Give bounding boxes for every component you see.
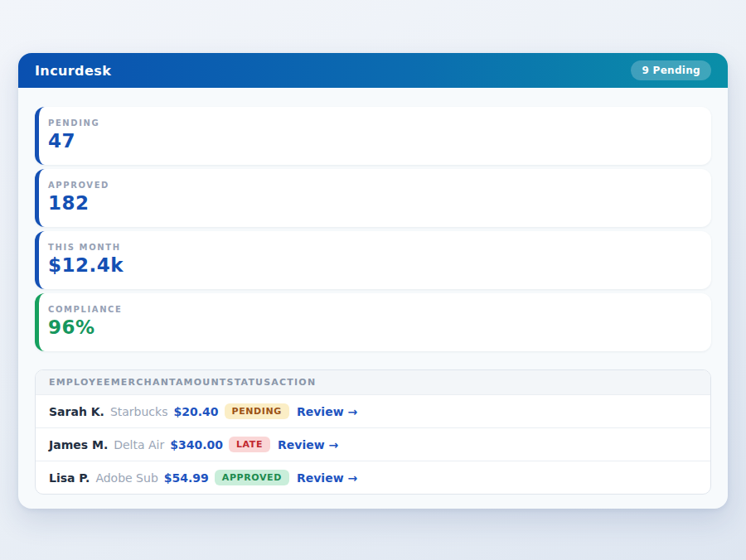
column-header-action: ACTION [271, 377, 316, 388]
stat-value: 47 [48, 132, 698, 151]
status-badge: LATE [229, 437, 270, 452]
status-badge: PENDING [225, 403, 289, 419]
stat-value: 182 [48, 194, 698, 213]
table-row: Lisa P. Adobe Sub $54.99 APPROVED Review… [36, 461, 710, 494]
column-header-merchant: MERCHANT [111, 377, 176, 388]
column-header-status: STATUS [227, 377, 272, 388]
app-title: Incurdesk [35, 63, 111, 79]
employee-name: Lisa P. [49, 471, 90, 485]
stat-label: COMPLIANCE [48, 305, 698, 314]
merchant-name: Adobe Sub [95, 471, 157, 485]
column-header-employee: EMPLOYEE [49, 377, 111, 388]
stat-card-this-month: THIS MONTH $12.4k [35, 231, 711, 289]
review-link[interactable]: Review → [297, 471, 357, 485]
pending-count-badge: 9 Pending [631, 60, 711, 80]
stat-value: $12.4k [48, 256, 698, 275]
table-header-row: EMPLOYEEMERCHANTAMOUNTSTATUSACTION [36, 370, 710, 394]
table-row: James M. Delta Air $340.00 LATE Review → [36, 427, 710, 461]
review-link[interactable]: Review → [278, 438, 338, 451]
app-header: Incurdesk 9 Pending [18, 53, 728, 88]
employee-name: Sarah K. [49, 405, 104, 418]
main-content: PENDING 47 APPROVED 182 THIS MONTH $12.4… [18, 88, 728, 509]
stat-card-pending: PENDING 47 [35, 107, 711, 165]
amount-value: $20.40 [173, 405, 218, 418]
stat-card-compliance: COMPLIANCE 96% [35, 293, 711, 351]
stat-label: PENDING [48, 118, 698, 128]
expense-table: EMPLOYEEMERCHANTAMOUNTSTATUSACTION Sarah… [35, 369, 711, 495]
stat-card-approved: APPROVED 182 [35, 169, 711, 227]
employee-name: James M. [49, 438, 108, 451]
stat-label: THIS MONTH [48, 243, 698, 252]
stat-value: 96% [48, 318, 698, 337]
amount-value: $340.00 [170, 438, 223, 451]
status-badge: APPROVED [215, 470, 289, 485]
merchant-name: Starbucks [110, 405, 168, 418]
app-window: Incurdesk 9 Pending PENDING 47 APPROVED … [18, 53, 728, 509]
review-link[interactable]: Review → [297, 405, 357, 418]
stat-label: APPROVED [48, 181, 698, 190]
amount-value: $54.99 [164, 471, 209, 485]
column-header-amount: AMOUNT [176, 377, 227, 388]
merchant-name: Delta Air [114, 438, 164, 451]
table-row: Sarah K. Starbucks $20.40 PENDING Review… [36, 394, 710, 427]
